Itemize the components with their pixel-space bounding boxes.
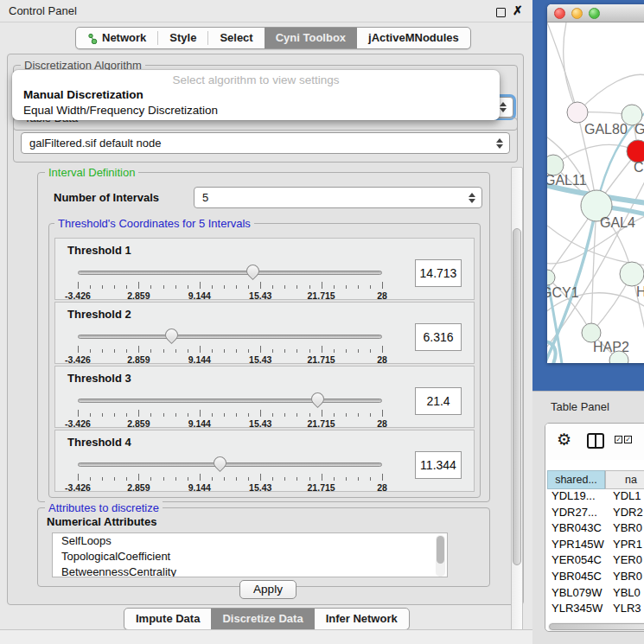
- apply-button[interactable]: Apply: [239, 580, 296, 599]
- network-node-gal80[interactable]: [567, 102, 588, 123]
- network-canvas[interactable]: GAL80GCGAL11GAL4GCY1HHAP2: [547, 22, 644, 363]
- tick-label: 28: [377, 482, 387, 493]
- popup-option[interactable]: Manual Discretization: [23, 88, 143, 101]
- tab-style[interactable]: Style: [158, 28, 207, 48]
- tick-mark: [138, 282, 139, 289]
- tick-label: -3.426: [65, 354, 91, 365]
- network-edge[interactable]: [547, 22, 577, 112]
- close-icon[interactable]: ✗: [513, 3, 523, 17]
- list-scrollbar-thumb[interactable]: [437, 536, 444, 564]
- tick-mark: [248, 285, 249, 289]
- attribute-list-item[interactable]: BetweennessCentrality: [53, 564, 447, 577]
- tab-select[interactable]: Select: [208, 28, 264, 48]
- tick-mark: [358, 477, 359, 481]
- slider-track[interactable]: [78, 462, 382, 467]
- popup-placeholder: Select algorithm to view settings: [12, 73, 500, 86]
- popup-option[interactable]: Equal Width/Frequency Discretization: [23, 104, 218, 117]
- threshold-value-field[interactable]: 6.316: [415, 323, 462, 351]
- table-row[interactable]: YPR145WYPR1: [547, 538, 644, 554]
- number-of-intervals-value: 5: [202, 191, 208, 204]
- table-row[interactable]: YBR045CYBR0: [547, 570, 644, 586]
- threshold-slider[interactable]: -3.4262.8599.14415.4321.71528: [78, 327, 382, 361]
- threshold-value-field[interactable]: 21.4: [415, 387, 462, 415]
- number-of-intervals-combobox[interactable]: 5: [194, 187, 482, 208]
- threshold-value-field[interactable]: 14.713: [415, 259, 462, 287]
- slider-track[interactable]: [78, 271, 382, 275]
- tab-label: Discretize Data: [222, 609, 303, 629]
- node-table: ⚙ ✓ ✓ shared...na YDL19...YDL1YDR27...YD…: [545, 423, 644, 632]
- slider-thumb[interactable]: [309, 390, 327, 408]
- attribute-list-item[interactable]: TopologicalCoefficient: [53, 549, 447, 564]
- slider-track[interactable]: [78, 335, 382, 339]
- slider-thumb[interactable]: [163, 326, 181, 344]
- slider-thumb[interactable]: [244, 262, 262, 280]
- network-window-titlebar: [547, 4, 644, 22]
- tick-mark: [114, 285, 115, 289]
- table-row[interactable]: YLR345WYLR3: [547, 602, 644, 618]
- tick-mark: [334, 285, 335, 289]
- table-row[interactable]: YBR043CYBR0: [547, 521, 644, 538]
- table-horizontal-scrollbar[interactable]: [548, 622, 644, 632]
- tab-impute-data[interactable]: Impute Data: [124, 609, 211, 629]
- zoom-traffic-light-icon[interactable]: [589, 8, 600, 19]
- table-row[interactable]: YDR27...YDR2: [547, 506, 644, 522]
- table-cell: YPR145W: [547, 538, 605, 554]
- tick-mark: [150, 413, 151, 417]
- select-columns-icon[interactable]: ✓ ✓: [615, 436, 632, 443]
- table-row[interactable]: YBL079WYBL0: [547, 586, 644, 603]
- table-cell: YBL079W: [547, 586, 605, 603]
- gear-icon[interactable]: ⚙: [557, 430, 571, 450]
- slider-thumb[interactable]: [211, 454, 229, 472]
- column-header[interactable]: shared...: [547, 470, 605, 489]
- main-scrollbar[interactable]: [511, 167, 523, 644]
- network-edge[interactable]: [564, 22, 577, 112]
- tab-discretize-data[interactable]: Discretize Data: [211, 609, 314, 629]
- split-columns-icon[interactable]: [587, 433, 604, 449]
- table-hscrollbar-thumb[interactable]: [549, 623, 644, 630]
- tick-mark: [126, 477, 127, 481]
- tick-mark: [175, 349, 176, 353]
- attributes-group-label: Attributes to discretize: [45, 501, 163, 514]
- column-header[interactable]: na: [605, 470, 644, 489]
- thresholds-group-label: Threshold's Coordinates for 5 Intervals: [54, 217, 254, 230]
- tab-infer-network[interactable]: Infer Network: [315, 609, 409, 629]
- tick-mark: [188, 413, 188, 417]
- float-window-icon[interactable]: [496, 8, 506, 17]
- table-data-value: galFiltered.sif default node: [29, 137, 161, 150]
- tab-cyni-toolbox[interactable]: Cyni Toolbox: [265, 28, 357, 48]
- settings-scroll-area: Interval Definition Number of Intervals …: [13, 165, 504, 577]
- tick-label: 21.715: [308, 418, 335, 429]
- slider-track[interactable]: [78, 399, 382, 403]
- network-node-h[interactable]: [620, 262, 644, 286]
- tick-mark: [272, 413, 273, 417]
- threshold-slider[interactable]: -3.4262.8599.14415.4321.71528: [78, 455, 382, 489]
- tick-mark: [78, 346, 79, 353]
- tick-mark: [212, 285, 213, 289]
- tick-mark: [370, 285, 371, 289]
- threshold-slider[interactable]: -3.4262.8599.14415.4321.71528: [78, 391, 382, 425]
- table-data-combobox[interactable]: galFiltered.sif default node: [21, 132, 510, 154]
- table-toolbar: ⚙ ✓ ✓: [545, 424, 644, 460]
- tab-network[interactable]: Network: [76, 28, 157, 48]
- slider-ticks: [78, 282, 382, 290]
- threshold-slider[interactable]: -3.4262.8599.14415.4321.71528: [78, 263, 382, 297]
- table-row[interactable]: YIL053CYIL0: [547, 618, 644, 621]
- numerical-attributes-list[interactable]: SelfLoopsTopologicalCoefficientBetweenne…: [52, 532, 448, 577]
- attribute-list-item[interactable]: SelfLoops: [53, 533, 447, 549]
- minimize-traffic-light-icon[interactable]: [571, 8, 583, 19]
- tick-mark: [150, 349, 151, 353]
- tick-mark: [163, 349, 164, 353]
- main-scrollbar-thumb[interactable]: [513, 228, 521, 565]
- list-scrollbar[interactable]: [436, 535, 445, 577]
- close-traffic-light-icon[interactable]: [554, 8, 565, 19]
- tick-mark: [309, 413, 310, 417]
- table-cell: YBR045C: [547, 570, 605, 586]
- table-row[interactable]: YDL19...YDL1: [547, 489, 644, 506]
- slider-ticks: [78, 410, 382, 418]
- threshold-value-field[interactable]: 11.344: [415, 451, 462, 479]
- tab-jactivemnodules[interactable]: jActiveMNodules: [357, 28, 470, 48]
- network-node-gcy1[interactable]: [547, 270, 555, 285]
- tick-mark: [150, 285, 151, 289]
- table-row[interactable]: YER054CYER0: [547, 553, 644, 570]
- tick-label: 2.859: [127, 418, 150, 429]
